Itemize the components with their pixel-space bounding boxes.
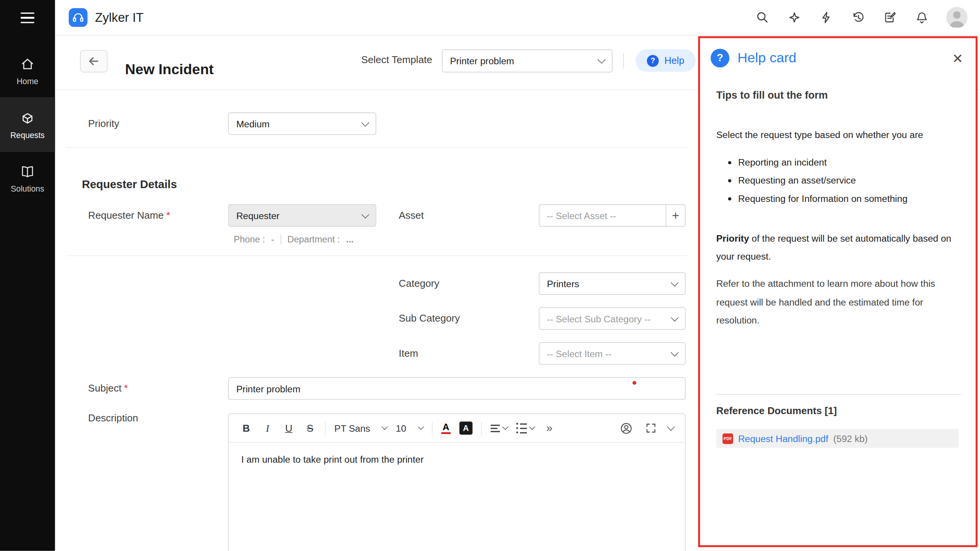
reference-documents-title: Reference Documents [1] (716, 405, 837, 416)
fullscreen-button[interactable] (644, 420, 657, 436)
requests-icon (20, 111, 35, 125)
toolbar-separator (432, 421, 433, 435)
highlight-color-button[interactable]: A (459, 421, 472, 434)
chevron-down-icon (671, 278, 679, 286)
requester-select-value: Requester (236, 210, 279, 221)
notifications-icon[interactable] (915, 10, 929, 25)
underline-button[interactable]: U (282, 420, 295, 436)
category-select[interactable]: Printers (539, 272, 686, 295)
help-card-title: Help card (737, 50, 796, 66)
subject-label: Subject* (88, 383, 128, 394)
priority-note: Priority of the request will be set auto… (716, 229, 968, 265)
chevron-down-icon (529, 424, 535, 430)
tips-bullet: Requesting an asset/service (738, 175, 908, 185)
description-input[interactable]: I am unable to take print out from the p… (229, 443, 685, 551)
priority-note-bold: Priority (716, 233, 749, 244)
align-left-icon (491, 424, 500, 432)
avatar[interactable] (946, 7, 968, 28)
priority-select-value: Medium (236, 119, 269, 129)
sidebar-item-requests[interactable]: Requests (0, 98, 55, 152)
menu-button[interactable] (0, 0, 55, 36)
chevron-down-icon (361, 119, 369, 127)
tips-bullet-list: Reporting an incident Requesting an asse… (729, 157, 907, 211)
brand[interactable]: Zylker IT (69, 8, 144, 27)
item-select-value: -- Select Item -- (547, 348, 611, 359)
sub-category-label: Sub Category (399, 313, 460, 324)
department-label: Department : (287, 234, 340, 244)
color-swatch (441, 432, 450, 434)
template-select-value: Printer problem (450, 55, 514, 66)
sidebar-item-solutions[interactable]: Solutions (0, 152, 55, 205)
close-icon[interactable]: ✕ (952, 49, 963, 68)
priority-select[interactable]: Medium (228, 112, 376, 135)
required-dot (633, 381, 636, 385)
sidebar-item-label: Home (17, 77, 39, 86)
sub-category-select[interactable]: -- Select Sub Category -- (539, 307, 686, 330)
priority-label: Priority (88, 118, 119, 129)
category-label: Category (399, 278, 439, 289)
divider (66, 255, 688, 256)
attachment-link[interactable]: Request Handling.pdf (738, 433, 828, 444)
search-icon[interactable] (755, 10, 770, 25)
pdf-icon: PDF (722, 433, 733, 444)
toolbar-separator (481, 421, 482, 435)
department-value: ... (346, 234, 354, 244)
phone-label: Phone : (234, 234, 265, 244)
subject-input[interactable]: Printer problem (228, 377, 686, 400)
bullet-list-icon (516, 423, 527, 434)
quick-actions-icon[interactable] (819, 10, 834, 25)
question-icon: ? (647, 55, 659, 67)
required-asterisk: * (124, 383, 128, 393)
item-select[interactable]: -- Select Item -- (539, 342, 686, 365)
help-button-label: Help (664, 55, 684, 66)
tips-bullet: Requesting for Information on something (738, 193, 908, 204)
chevron-down-icon (502, 424, 508, 430)
person-circle-icon (620, 421, 633, 435)
strikethrough-button[interactable]: S (304, 420, 316, 436)
page-title: New Incident (125, 59, 214, 80)
tips-bullet: Reporting an incident (738, 157, 908, 167)
chevron-down-icon (418, 424, 424, 430)
help-card-panel: ? Help card ✕ Tips to fill out the form … (698, 36, 977, 547)
requester-meta: Phone : - Department : ... (234, 234, 354, 244)
feedback-icon[interactable] (882, 10, 897, 25)
font-family-select[interactable]: PT Sans (334, 423, 387, 434)
arrow-left-icon (87, 54, 101, 68)
asset-select[interactable]: -- Select Asset -- (539, 204, 666, 227)
editor-toolbar-right (620, 420, 674, 436)
chevron-down-icon[interactable] (667, 423, 675, 431)
requester-details-title: Requester Details (82, 178, 177, 191)
sidebar-item-label: Requests (10, 130, 45, 140)
person-icon (946, 7, 968, 28)
sidebar-item-home[interactable]: Home (0, 44, 55, 98)
attachment-size: (592 kb) (833, 433, 868, 444)
font-size-select[interactable]: 10 (396, 423, 423, 434)
select-template-label: Select Template (361, 54, 432, 65)
text-color-button[interactable]: A (441, 422, 450, 434)
chevron-down-icon (382, 424, 388, 430)
divider (280, 234, 281, 244)
italic-button[interactable]: I (261, 420, 274, 436)
whats-new-icon[interactable] (787, 10, 802, 25)
attachment-row[interactable]: PDF Request Handling.pdf (592 kb) (716, 429, 959, 448)
requester-name-label: Requester Name* (88, 210, 170, 221)
chevron-down-icon (361, 210, 369, 218)
fullscreen-icon (645, 422, 657, 434)
help-button[interactable]: ? Help (636, 49, 696, 72)
template-select[interactable]: Printer problem (442, 49, 613, 72)
category-select-value: Printers (547, 278, 579, 289)
requester-select[interactable]: Requester (228, 204, 376, 227)
back-button[interactable] (80, 50, 108, 73)
add-asset-button[interactable]: + (666, 204, 686, 227)
more-tools-button[interactable]: » (543, 420, 556, 436)
question-icon: ? (711, 49, 729, 67)
history-icon[interactable] (851, 10, 866, 25)
item-label: Item (399, 348, 418, 359)
list-button[interactable] (516, 420, 534, 436)
home-icon (20, 57, 35, 72)
divider (716, 394, 961, 395)
brand-name: Zylker IT (95, 10, 143, 25)
mention-button[interactable] (620, 420, 633, 436)
align-button[interactable] (491, 420, 507, 436)
bold-button[interactable]: B (240, 420, 253, 436)
